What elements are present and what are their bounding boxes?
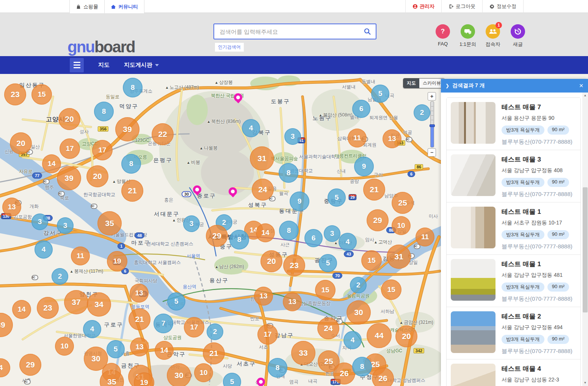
menu-button[interactable] [70, 58, 84, 72]
cluster-marker[interactable]: 15 [361, 250, 382, 271]
cluster-marker[interactable]: 8 [279, 221, 299, 240]
cluster-marker[interactable]: 20 [86, 165, 108, 187]
cluster-marker[interactable]: 4 [83, 320, 101, 338]
cluster-marker[interactable]: 19 [107, 251, 127, 271]
shortcut-FAQ[interactable]: ?FAQ [434, 24, 451, 48]
cluster-marker[interactable]: 15 [315, 280, 336, 300]
zoom-out-button[interactable]: − [428, 148, 436, 157]
cluster-marker[interactable]: 24 [317, 317, 339, 339]
cluster-marker[interactable]: 9 [290, 191, 309, 211]
cluster-marker[interactable]: 29 [367, 209, 389, 231]
cluster-marker[interactable]: 35 [97, 211, 122, 235]
cluster-marker[interactable]: 34 [87, 292, 111, 317]
listing-card[interactable]: 테스트 매물 1서울 서초구 잠원동 10-17방3개 욕실두개90 m²블루부… [447, 202, 580, 254]
cluster-marker[interactable]: 6 [352, 100, 370, 118]
cluster-marker[interactable]: 8 [94, 102, 114, 121]
cluster-marker[interactable]: 5 [328, 188, 346, 207]
cluster-marker[interactable]: 20 [395, 325, 417, 347]
property-pin[interactable] [229, 187, 237, 196]
scroll-up-arrow[interactable]: ▲ [582, 93, 588, 99]
cluster-marker[interactable]: 30 [347, 300, 371, 325]
cluster-marker[interactable]: 11 [348, 129, 367, 147]
cluster-marker[interactable]: 3 [284, 128, 301, 145]
cluster-marker[interactable]: 8 [268, 358, 287, 378]
scrollbar-thumb[interactable] [583, 187, 588, 312]
cluster-marker[interactable]: 14 [42, 154, 61, 173]
shortcut-새글[interactable]: 새글 [510, 24, 526, 48]
cluster-marker[interactable]: 39 [57, 166, 81, 190]
cluster-marker[interactable]: 8 [352, 357, 372, 377]
cluster-marker[interactable]: 6 [304, 229, 323, 247]
logout-link[interactable]: 로그아웃 [441, 0, 482, 13]
cluster-marker[interactable]: 22 [152, 123, 174, 145]
zoom-in-button[interactable]: + [428, 92, 436, 100]
cluster-marker[interactable]: 5 [107, 340, 125, 358]
listing-card[interactable]: 테스트 매물 1서울 강남구 압구정동 481방3개 욕실두개90 m²블루부동… [447, 254, 580, 307]
cluster-marker[interactable]: 20 [260, 250, 282, 272]
cluster-marker[interactable]: 29 [19, 354, 41, 376]
chevron-right-icon[interactable]: ❯ [445, 83, 449, 88]
shortcut-접속자[interactable]: 1접속자 [485, 24, 501, 48]
cluster-marker[interactable]: 13 [283, 292, 302, 311]
cluster-marker[interactable]: 8 [229, 230, 249, 249]
cluster-marker[interactable]: 21 [121, 180, 143, 202]
cluster-marker[interactable]: 3 [183, 215, 200, 232]
tab-shop[interactable]: 쇼핑몰 [69, 0, 104, 13]
nav-map-board[interactable]: 지도게시판 [124, 61, 159, 69]
shortcut-1:1문의[interactable]: 1:1문의 [459, 24, 476, 48]
property-pin[interactable] [234, 93, 242, 102]
cluster-marker[interactable]: 21 [363, 179, 385, 201]
cluster-marker[interactable]: 23 [4, 83, 26, 105]
cluster-marker[interactable]: 20 [58, 108, 80, 130]
panel-scrollbar[interactable]: ▲ ▼ [582, 93, 588, 386]
cluster-marker[interactable]: 2 [52, 268, 68, 285]
cluster-marker[interactable]: 17 [92, 140, 113, 160]
cluster-marker[interactable]: 17 [60, 138, 80, 159]
search-input[interactable] [214, 28, 359, 35]
admin-link[interactable]: 관리자 [405, 0, 441, 13]
cluster-marker[interactable]: 8 [123, 78, 143, 97]
cluster-marker[interactable]: 3 [57, 217, 74, 234]
cluster-marker[interactable]: 21 [129, 308, 151, 330]
cluster-marker[interactable]: 3 [31, 213, 48, 230]
edit-info-link[interactable]: 정보수정 [482, 0, 524, 13]
cluster-marker[interactable]: 2 [207, 323, 223, 340]
search-button[interactable] [359, 24, 376, 39]
cluster-marker[interactable]: 11 [71, 246, 90, 265]
popular-keywords-button[interactable]: 인기검색어 [215, 42, 244, 52]
cluster-marker[interactable]: 4 [242, 119, 260, 137]
listing-card[interactable]: 테스트 매물 2서울 강남구 압구정동 494방3개 욕실두개90 m²블루부동… [447, 307, 580, 359]
cluster-marker[interactable]: 37 [64, 290, 88, 314]
cluster-marker[interactable]: 7 [154, 314, 173, 333]
listing-card[interactable]: 테스트 매물 7서울 용산구 용문동 90방3개 욕실두개90 m²블루부동산(… [447, 98, 580, 150]
nav-map[interactable]: 지도 [98, 61, 110, 69]
cluster-marker[interactable]: 20 [10, 132, 32, 154]
cluster-marker[interactable]: 11 [416, 228, 434, 246]
cluster-marker[interactable]: 39 [115, 117, 140, 141]
cluster-marker[interactable]: 30 [167, 363, 191, 386]
cluster-marker[interactable]: 10 [392, 216, 411, 235]
cluster-marker[interactable]: 13 [130, 284, 149, 303]
cluster-marker[interactable]: 33 [291, 341, 315, 365]
cluster-marker[interactable]: 4 [34, 240, 53, 259]
cluster-marker[interactable]: 5 [319, 254, 337, 272]
cluster-marker[interactable]: 31 [250, 146, 274, 171]
cluster-marker[interactable]: 14 [12, 300, 31, 319]
property-pin[interactable] [193, 185, 201, 194]
cluster-marker[interactable]: 10 [194, 363, 213, 382]
map-view-button[interactable]: 지도 [403, 78, 419, 88]
cluster-marker[interactable]: 17 [257, 324, 278, 345]
close-icon[interactable]: ✕ [579, 83, 583, 89]
listing-card[interactable]: 테스트 매물 3서울 강남구 압구정동 408방3개 욕실두개90 m²블루부동… [447, 150, 580, 202]
cluster-marker[interactable]: 23 [283, 254, 305, 276]
cluster-marker[interactable]: 8 [121, 154, 141, 174]
cluster-marker[interactable]: 9 [354, 157, 374, 176]
cluster-marker[interactable]: 13 [383, 129, 401, 148]
cluster-marker[interactable]: 15 [381, 279, 401, 300]
cluster-marker[interactable]: 26 [372, 367, 394, 386]
cluster-marker[interactable]: 23 [37, 297, 59, 319]
cluster-marker[interactable]: 14 [155, 341, 174, 360]
cluster-marker[interactable]: 15 [31, 84, 52, 105]
site-logo[interactable]: gnuboard [67, 38, 135, 56]
zoom-slider[interactable] [430, 101, 434, 147]
